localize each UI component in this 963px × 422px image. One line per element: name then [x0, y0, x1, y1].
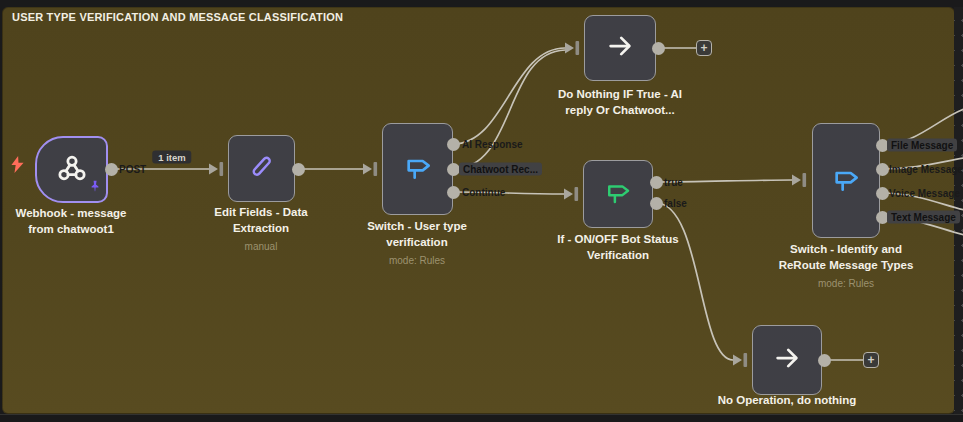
- node-title-if-bot-status: If - ON/OFF Bot StatusVerification: [523, 232, 713, 263]
- input-port-switch1: [363, 162, 377, 176]
- output-port-switch1-continue[interactable]: [447, 186, 460, 199]
- switch-signpost-icon: [830, 163, 862, 199]
- output-port-switch2-image[interactable]: [876, 163, 889, 176]
- input-port-if: [564, 187, 578, 201]
- node-title-switch-message-types: Switch - Identify andReRoute Message Typ…: [751, 242, 941, 292]
- input-port-noop: [733, 353, 747, 367]
- output-port-editfields[interactable]: [292, 163, 305, 176]
- switch-signpost-icon: [402, 151, 434, 187]
- output-port-donothing[interactable]: [652, 42, 665, 55]
- workflow-canvas: USER TYPE VERIFICATION AND MESSAGE CLASS…: [0, 0, 963, 422]
- output-port-noop[interactable]: [818, 354, 831, 367]
- node-edit-fields[interactable]: [228, 135, 295, 202]
- port-label-false: false: [664, 198, 687, 209]
- webhook-icon: [56, 152, 88, 188]
- port-label-airesponse: AI Response: [462, 139, 523, 150]
- port-label-image-message: Image Message: [889, 164, 963, 175]
- output-port-switch2-voice[interactable]: [876, 187, 889, 200]
- node-if-bot-status[interactable]: [583, 160, 653, 228]
- output-port-switch1-airesponse[interactable]: [447, 138, 460, 151]
- node-subtitle: mode: Rules: [322, 253, 512, 269]
- output-port-if-false[interactable]: [650, 197, 663, 210]
- port-label-file-message: File Message: [887, 139, 957, 152]
- node-subtitle: mode: Rules: [751, 276, 941, 292]
- node-title-switch-user-type: Switch - User typeverification mode: Rul…: [322, 219, 512, 269]
- input-port-switch2: [792, 173, 806, 187]
- port-label-text-message: Text Message: [887, 211, 960, 224]
- pencil-icon: [247, 152, 277, 186]
- trigger-bolt-icon: [10, 156, 25, 177]
- input-port-editfields: [209, 162, 223, 176]
- node-do-nothing[interactable]: [584, 15, 656, 81]
- node-switch-message-types[interactable]: [812, 123, 880, 238]
- output-port-switch1-chatwoot[interactable]: [447, 163, 460, 176]
- port-label-continue: Continue: [462, 187, 505, 198]
- port-label-voice-message: Voice Message: [889, 188, 960, 199]
- arrow-right-icon: [605, 31, 635, 65]
- if-signpost-icon: [603, 177, 633, 211]
- output-port-if-true[interactable]: [650, 176, 663, 189]
- input-port-donothing: [565, 41, 579, 55]
- node-webhook[interactable]: [35, 136, 108, 203]
- items-count-badge: 1 item: [152, 151, 191, 164]
- port-label-true: true: [664, 177, 683, 188]
- add-node-plus-button[interactable]: +: [696, 40, 712, 56]
- node-title-do-nothing: Do Nothing IF True - AIreply Or Chatwoot…: [525, 87, 715, 118]
- add-node-plus-button[interactable]: +: [863, 352, 879, 368]
- pinned-data-pin-icon: [89, 178, 101, 196]
- webhook-output-label: POST: [119, 164, 146, 175]
- node-title-noop: No Operation, do nothing: [692, 393, 882, 409]
- connection-false-to-noop[interactable]: [656, 203, 733, 360]
- port-label-chatwoot: Chatwoot Rec...: [459, 163, 542, 176]
- arrow-right-icon: [772, 343, 802, 377]
- output-port-webhook[interactable]: [105, 163, 118, 176]
- node-noop[interactable]: [752, 325, 822, 395]
- node-title-webhook: Webhook - messagefrom chatwoot1: [0, 206, 166, 237]
- node-switch-user-type[interactable]: [382, 123, 453, 215]
